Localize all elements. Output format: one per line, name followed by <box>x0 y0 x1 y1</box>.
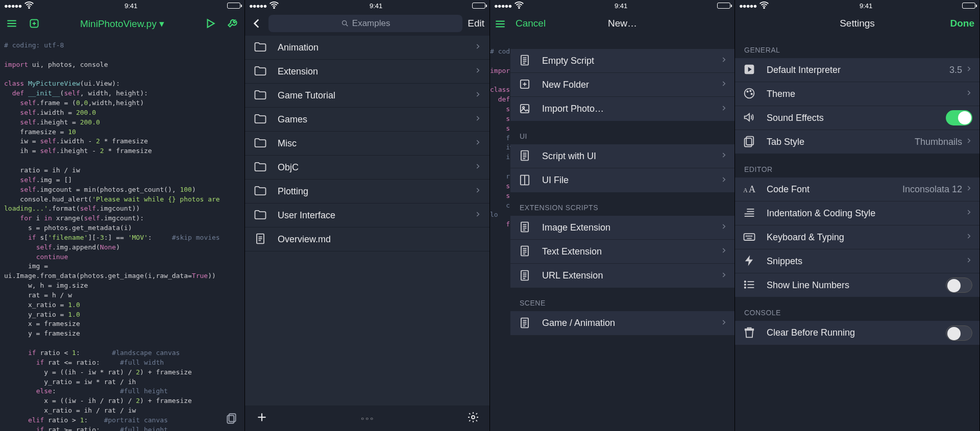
toggle-switch[interactable] <box>946 325 972 341</box>
settings-row[interactable]: Indentation & Coding Style <box>735 201 979 225</box>
cancel-button[interactable]: Cancel <box>516 18 546 29</box>
item-label: Theme <box>767 89 965 99</box>
chevron-right-icon <box>965 137 972 146</box>
item-label: New Folder <box>542 80 720 90</box>
svg-point-85 <box>745 284 746 285</box>
screen-settings: ●●●●● 9:41 Settings Done GENERAL Default… <box>735 0 980 431</box>
navbar: MiniPhotoView.py ▾ <box>0 11 244 36</box>
back-button[interactable] <box>250 17 263 30</box>
run-button[interactable] <box>204 17 217 30</box>
item-label: Overview.md <box>278 234 481 245</box>
navbar: Examples Edit <box>245 11 489 36</box>
section-header: EXTENSION SCRIPTS <box>510 192 734 216</box>
chevron-right-icon <box>720 223 727 232</box>
list-item[interactable]: Script with UI <box>510 144 734 168</box>
battery-icon <box>227 3 240 9</box>
list-item[interactable]: Games <box>245 108 489 132</box>
menu-button[interactable] <box>5 17 18 30</box>
list-item[interactable]: Game / Animation <box>510 311 734 335</box>
more-button[interactable]: ○○○ <box>361 416 375 421</box>
status-time: 9:41 <box>125 2 137 10</box>
settings-row[interactable]: Default Interpreter3.5 <box>735 58 979 82</box>
battery-icon <box>717 3 730 9</box>
toggle-switch[interactable] <box>946 277 972 293</box>
list-item[interactable]: URL Extension <box>510 264 734 288</box>
add-tab-button[interactable] <box>28 17 41 30</box>
toggle-switch[interactable] <box>946 110 972 125</box>
list-item[interactable]: ObjC <box>245 156 489 180</box>
list-item[interactable]: UI File <box>510 168 734 192</box>
uifile-icon <box>518 173 533 188</box>
sound-icon <box>742 110 757 125</box>
svg-point-78 <box>746 236 747 236</box>
svg-point-84 <box>745 281 746 282</box>
settings-row[interactable]: Show Line Numbers <box>735 273 979 297</box>
item-label: Animation <box>278 42 474 53</box>
wifi-icon <box>758 0 770 12</box>
item-label: Script with UI <box>542 151 720 162</box>
list-item[interactable]: Animation <box>245 36 489 60</box>
list-item[interactable]: Overview.md <box>245 227 489 251</box>
list-item[interactable]: Misc <box>245 132 489 156</box>
chevron-right-icon <box>720 176 727 185</box>
chevron-right-icon <box>965 89 972 98</box>
screen-filebrowser: ●●●●● 9:41 Examples Edit Animation Exten… <box>245 0 490 431</box>
svg-point-0 <box>29 7 30 8</box>
svg-point-67 <box>751 93 752 94</box>
add-button[interactable] <box>255 411 268 426</box>
list-item[interactable]: Import Photo… <box>510 97 734 121</box>
list-item[interactable]: Plotting <box>245 180 489 204</box>
item-label: Import Photo… <box>542 104 720 114</box>
script-icon <box>518 316 533 331</box>
status-time: 9:41 <box>615 2 627 10</box>
item-label: Keyboard & Typing <box>767 232 965 243</box>
svg-point-79 <box>748 236 748 236</box>
settings-row[interactable]: Tab StyleThumbnails <box>735 130 979 154</box>
svg-point-65 <box>747 91 748 92</box>
settings-row[interactable]: Clear Before Running <box>735 321 979 345</box>
settings-row[interactable]: Theme <box>735 82 979 106</box>
value-label: Thumbnails <box>915 137 962 147</box>
folder-icon <box>253 64 268 79</box>
script-icon <box>518 220 533 235</box>
signal-dots-icon: ●●●●● <box>739 2 756 10</box>
svg-marker-83 <box>745 256 753 266</box>
chevron-right-icon <box>474 67 481 76</box>
list-item[interactable]: Text Extension <box>510 240 734 264</box>
chevron-right-icon <box>720 151 727 161</box>
script-icon <box>518 244 533 259</box>
list-item[interactable]: Empty Script <box>510 49 734 73</box>
settings-row[interactable]: Sound Effects <box>735 106 979 130</box>
folder-icon <box>253 208 268 223</box>
wrench-button[interactable] <box>226 17 239 30</box>
list-item[interactable]: User Interface <box>245 204 489 227</box>
list-item[interactable]: Image Extension <box>510 216 734 240</box>
settings-row[interactable]: Keyboard & Typing <box>735 225 979 249</box>
chevron-right-icon <box>965 185 972 194</box>
svg-point-19 <box>472 416 475 419</box>
chevron-right-icon <box>720 271 727 281</box>
item-label: Game / Animation <box>542 318 720 328</box>
item-label: Tab Style <box>767 137 915 147</box>
settings-button[interactable] <box>467 411 479 425</box>
search-input[interactable]: Examples <box>268 15 462 32</box>
script-icon <box>518 268 533 284</box>
search-icon <box>341 19 349 28</box>
svg-rect-32 <box>521 104 529 112</box>
chevron-right-icon <box>474 163 481 172</box>
done-button[interactable]: Done <box>950 18 975 29</box>
list-item[interactable]: Extension <box>245 60 489 84</box>
file-icon <box>253 232 268 247</box>
settings-row[interactable]: AA Code FontInconsolata 12 <box>735 178 979 201</box>
chevron-right-icon <box>474 139 481 148</box>
pages-icon[interactable] <box>225 412 238 425</box>
tabs-icon <box>742 134 757 149</box>
settings-row[interactable]: Snippets <box>735 249 979 273</box>
edit-button[interactable]: Edit <box>468 18 484 29</box>
list-item[interactable]: Game Tutorial <box>245 84 489 108</box>
svg-rect-69 <box>745 138 752 146</box>
font-icon: AA <box>742 182 757 197</box>
list-item[interactable]: New Folder <box>510 73 734 97</box>
status-bar: ●●●●● 9:41 <box>490 0 734 11</box>
code-editor[interactable]: # coding: utf-8 import ui, photos, conso… <box>0 36 244 431</box>
